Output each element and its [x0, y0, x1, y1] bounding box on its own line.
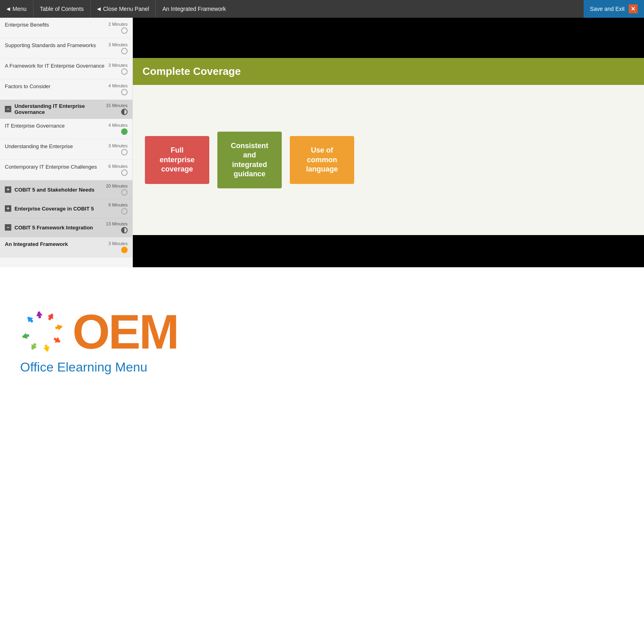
- sidebar-item-contemporary-challenges[interactable]: Contemporary IT Enterprise Challenges 6 …: [0, 160, 132, 180]
- save-exit-label: Save and Exit: [590, 6, 625, 12]
- progress-icon: [121, 27, 128, 34]
- sidebar-item-supporting-standards[interactable]: Supporting Standards and Frameworks 3 Mi…: [0, 38, 132, 59]
- progress-icon: [121, 169, 128, 176]
- close-panel-label: Close Menu Panel: [103, 6, 149, 12]
- content-body: Full enterprise coverage Consistent and …: [133, 85, 644, 235]
- menu-label: Menu: [12, 6, 27, 12]
- oem-icon: [20, 310, 64, 354]
- toggle-minus-icon: −: [5, 106, 11, 112]
- content-black-bottom: [133, 235, 644, 267]
- progress-icon: [121, 227, 128, 233]
- sidebar-item-enterprise-benefits[interactable]: Enterprise Benefits 2 Minutes: [0, 18, 132, 38]
- content-title: Complete Coverage: [142, 65, 634, 78]
- oem-text: OEM: [72, 308, 178, 356]
- save-exit-button[interactable]: Save and Exit ✕: [584, 0, 644, 18]
- progress-icon: [121, 48, 128, 54]
- progress-icon: [121, 68, 128, 75]
- progress-icon: [121, 109, 128, 115]
- content-title-bar: Complete Coverage: [133, 58, 644, 85]
- content-area: Complete Coverage Full enterprise covera…: [133, 18, 644, 267]
- toggle-plus-icon: +: [5, 186, 11, 193]
- toggle-plus-icon: +: [5, 205, 11, 212]
- section-cobit5-framework[interactable]: − COBIT 5 Framework Integration 13 Minut…: [0, 218, 132, 237]
- progress-icon: [121, 208, 128, 215]
- card-common-language[interactable]: Use of common language: [290, 136, 354, 184]
- sidebar: Enterprise Benefits 2 Minutes Supporting…: [0, 18, 133, 267]
- oem-logo-row: OEM: [20, 308, 178, 356]
- toc-label: Table of Contents: [33, 0, 91, 18]
- oem-subtitle: Office Elearning Menu: [20, 360, 147, 375]
- progress-icon: [121, 149, 128, 155]
- sidebar-item-integrated-framework[interactable]: An Integrated Framework 3 Minutes: [0, 237, 132, 258]
- main-layout: Enterprise Benefits 2 Minutes Supporting…: [0, 18, 644, 267]
- content-black-top: [133, 18, 644, 58]
- sidebar-item-it-enterprise-gov[interactable]: IT Enterprise Governance 4 Minutes: [0, 119, 132, 139]
- progress-icon: [121, 189, 128, 196]
- arrow-left-icon: ◀: [97, 6, 101, 12]
- sidebar-item-framework-it[interactable]: A Framework for IT Enterprise Governance…: [0, 59, 132, 79]
- section-enterprise-coverage[interactable]: + Enterprise Coverage in COBIT 5 9 Minut…: [0, 199, 132, 218]
- menu-button[interactable]: ◀ Menu: [0, 0, 33, 18]
- card-full-enterprise[interactable]: Full enterprise coverage: [145, 136, 209, 184]
- breadcrumb: An Integrated Framework: [156, 6, 583, 12]
- section-cobit5-stakeholder[interactable]: + COBIT 5 and Stakeholder Needs 20 Minut…: [0, 180, 132, 199]
- progress-icon: [121, 247, 128, 253]
- toggle-minus-icon: −: [5, 224, 11, 231]
- close-panel-button[interactable]: ◀ Close Menu Panel: [91, 0, 156, 18]
- progress-icon: [121, 128, 128, 135]
- oem-section: OEM Office Elearning Menu: [0, 291, 644, 391]
- top-navigation: ◀ Menu Table of Contents ◀ Close Menu Pa…: [0, 0, 644, 18]
- section-understanding-it[interactable]: − Understanding IT Enterprise Governance…: [0, 100, 132, 119]
- sidebar-item-factors-consider[interactable]: Factors to Consider 4 Minutes: [0, 79, 132, 100]
- progress-icon: [121, 89, 128, 95]
- arrow-left-icon: ◀: [6, 6, 10, 12]
- sidebar-item-understanding-enterprise[interactable]: Understanding the Enterprise 3 Minutes: [0, 139, 132, 160]
- close-icon[interactable]: ✕: [629, 4, 638, 13]
- svg-rect-3: [37, 312, 41, 318]
- card-consistent-guidance[interactable]: Consistent and integrated guidance: [217, 132, 282, 189]
